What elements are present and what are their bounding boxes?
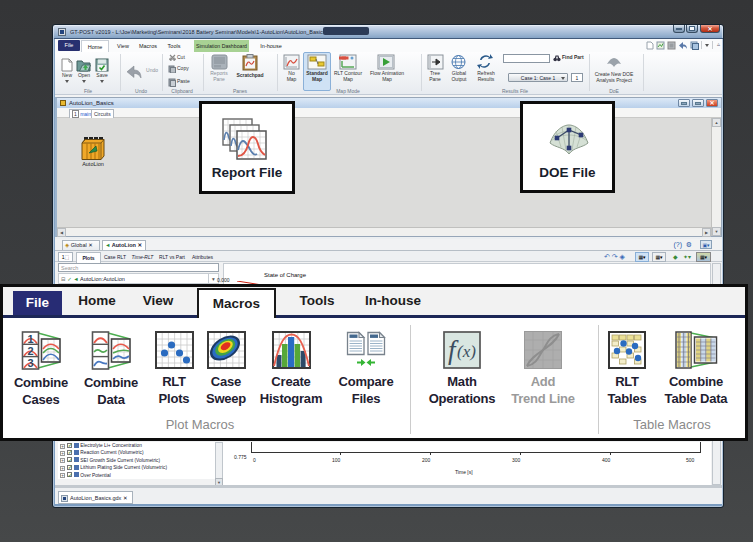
- svg-text:2: 2: [27, 345, 33, 357]
- svg-text:3: 3: [27, 357, 33, 369]
- svg-text:(x): (x): [457, 342, 476, 361]
- svg-text:1: 1: [27, 333, 33, 345]
